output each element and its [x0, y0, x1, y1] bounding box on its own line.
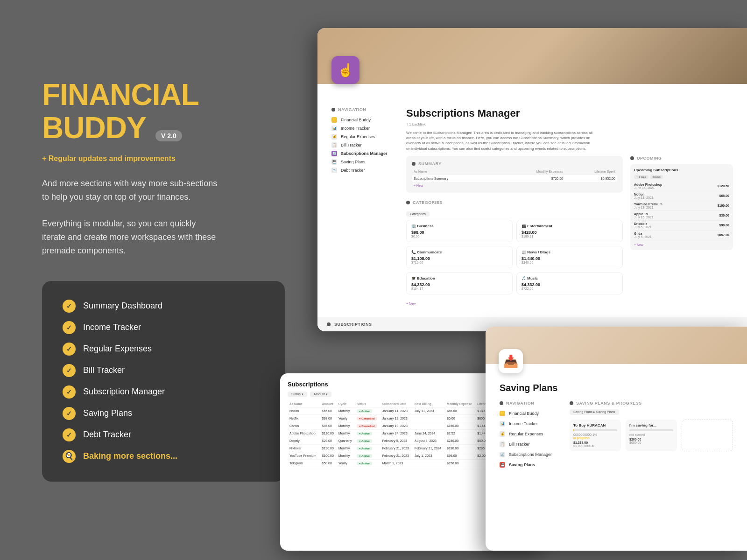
feature-label-bill: Bill Tracker: [83, 365, 125, 375]
ss-saving-nav: NAVIGATION 💛 Financial Buddy 📊 Income Tr…: [500, 401, 560, 469]
feature-subscription: ✓ Subscription Manager: [63, 385, 264, 399]
ss-summary-section: SUMMARY As Name Monthly Expenses Lifetim…: [406, 156, 623, 193]
ss-summary-row: Subscriptions Summary $720.50 $5,952.00: [412, 175, 617, 182]
check-icon-income: ✓: [63, 321, 76, 334]
upcoming-row-adobe: Adobe Photoshop June 14, 2021 $120.50: [634, 182, 729, 191]
screenshot-saving-plans[interactable]: 📥 Saving Plans NAVIGATION 💛 Financi: [486, 327, 747, 551]
feature-label-subscription: Subscription Manager: [83, 387, 165, 397]
ss-description-text: Welcome to the Subscriptions Manager! Th…: [406, 130, 593, 151]
ss-cat-news: 📰 News / Blogs $1,440.00 $240.00: [516, 246, 623, 268]
ss-categories-header: CATEGORIES: [406, 200, 623, 205]
ss-saving-card-empty: [682, 420, 733, 451]
col-name[interactable]: As Name: [288, 401, 320, 407]
check-icon-expenses: ✓: [63, 343, 76, 356]
ss-saving-nav-expenses[interactable]: 💰 Regular Expenses: [500, 430, 560, 438]
ss-sub-dot: [327, 322, 331, 326]
ss-saving-nav-items: 💛 Financial Buddy 📊 Income Tracker 💰 Reg…: [500, 409, 560, 469]
ss-nav-section: NAVIGATION 💛 Financial Buddy 📊 Income Tr…: [331, 107, 397, 175]
feature-expenses: ✓ Regular Expenses: [63, 343, 264, 356]
ss-nav-subscriptions[interactable]: 🔄 Subscriptions Manager: [331, 149, 397, 158]
ss-summary-header: SUMMARY: [412, 161, 617, 166]
ss-cat-education: 🎓 Education $4,332.00 $104.17: [406, 272, 513, 294]
ss-saving-nav-fb[interactable]: 💛 Financial Buddy: [500, 409, 560, 418]
check-icon-bill: ✓: [63, 364, 76, 377]
ss-nav-saving[interactable]: 💾 Saving Plans: [331, 158, 397, 166]
ss-saving-progress-title: SAVING PLANS & PROGRESS: [570, 401, 733, 406]
ss-cat-business: 🏢 Business $98.00 $0.00: [406, 220, 513, 242]
feature-bill: ✓ Bill Tracker: [63, 364, 264, 377]
ss-nav-bill[interactable]: 📋 Bill Tracker: [331, 141, 397, 149]
col-subscribed[interactable]: Subscribed Date: [381, 401, 413, 407]
col-cycle[interactable]: Cycle: [337, 401, 355, 407]
ss-saving-tab1[interactable]: Saving Plans ▸ Saving Plans: [570, 409, 619, 415]
ss-new-link[interactable]: + New: [412, 184, 617, 187]
ss-upcoming-filters: ↑ 1 sale Status: [634, 175, 729, 179]
ss-saving-nav-bill[interactable]: 📋 Bill Tracker: [500, 440, 560, 448]
goal-progress-bar: [629, 429, 673, 431]
ss-saving-content: NAVIGATION 💛 Financial Buddy 📊 Income Tr…: [500, 401, 733, 469]
ss-summary-table-header: As Name Monthly Expenses Lifetime Spent: [412, 170, 617, 173]
ss-filter-status[interactable]: Status ▾: [288, 392, 307, 397]
col-amount[interactable]: Amount: [320, 401, 336, 407]
col-monthly[interactable]: Monthly Expense: [445, 401, 475, 407]
ss-main-content: Subscriptions Manager ↑ 1 backlink Welco…: [406, 107, 733, 322]
screenshot-subscriptions-manager[interactable]: ☝️ NAVIGATION 💛 Financial Buddy: [317, 28, 747, 331]
ss-nav-debt[interactable]: 📉 Debt Tracker: [331, 166, 397, 175]
ss-saving-header-bg: [486, 327, 747, 364]
right-section: ☝️ NAVIGATION 💛 Financial Buddy: [303, 0, 747, 560]
feature-saving: ✓ Saving Plans: [63, 407, 264, 420]
ss-nav-icon-fb: 💛: [331, 117, 337, 123]
feature-baking: 🍳 Baking more sections...: [63, 450, 264, 463]
ss-saving-nav-income[interactable]: 📊 Income Tracker: [500, 420, 560, 428]
upcoming-row-youtube: YouTube Premium July 13, 2021 $190.00: [634, 201, 729, 211]
ss-saving-title: Saving Plans: [500, 383, 733, 393]
ss-saving-nav-sub[interactable]: 🔄 Subscriptions Manager: [500, 450, 560, 459]
ss-upcoming-section: UPCOMING Upcoming Subscriptions ↑ 1 sale…: [630, 156, 733, 305]
ss-cat-music: 🎵 Music $4,332.00 $722.00: [516, 272, 623, 294]
huracan-progress-bar: [573, 429, 617, 431]
upcoming-row-notion: Notion July 11, 2021 $65.00: [634, 191, 729, 201]
app-icon-subscriptions: ☝️: [331, 56, 359, 84]
ss-cat-entertainment: 🎬 Entertainment $428.00 $189.31: [516, 220, 623, 242]
ss-nav-icon-debt: 📉: [331, 168, 337, 173]
ss-filter-amount[interactable]: Amount ▾: [310, 392, 331, 397]
ss-nav-income[interactable]: 📊 Income Tracker: [331, 124, 397, 133]
ss-nav-icon-income: 📊: [331, 126, 337, 131]
features-card: ✓ Summary Dashboard ✓ Income Tracker ✓ R…: [42, 281, 285, 482]
ss-saving-progress: SAVING PLANS & PROGRESS Saving Plans ▸ S…: [570, 401, 733, 469]
ss-upcoming-table-title: Upcoming Subscriptions: [634, 168, 729, 172]
ss-upcoming-header: UPCOMING: [630, 156, 733, 161]
feature-debt: ✓ Debt Tracker: [63, 428, 264, 441]
ss-content-grid: SUMMARY As Name Monthly Expenses Lifetim…: [406, 156, 733, 305]
ss-saving-grid: To Buy HURACAN 0000000000 1% in progress…: [570, 420, 733, 451]
feature-label-saving: Saving Plans: [83, 408, 132, 418]
ss-categories-grid: 🏢 Business $98.00 $0.00 🎬 Entertainment …: [406, 220, 623, 294]
feature-label-debt: Debt Tracker: [83, 430, 131, 440]
ss-left-col: SUMMARY As Name Monthly Expenses Lifetim…: [406, 156, 623, 305]
upcoming-row-appletv: Apple TV July 15, 2021 $36.00: [634, 211, 729, 221]
ss-categories-section: CATEGORIES Categories 🏢 Business $98.00: [406, 200, 623, 305]
ss-nav-icon-expenses: 💰: [331, 134, 337, 140]
ss-saving-nav-saving[interactable]: 💾 Saving Plans: [500, 461, 560, 469]
ss-page-title: Subscriptions Manager: [406, 107, 733, 119]
feature-label-summary: Summary Dashboard: [83, 301, 162, 311]
ss-saving-nav-title: NAVIGATION: [500, 401, 560, 406]
baking-icon: 🍳: [63, 450, 76, 463]
ss-cat-new-link[interactable]: + New: [406, 302, 623, 305]
ss-nav-expenses[interactable]: 💰 Regular Expenses: [331, 133, 397, 141]
check-icon-summary: ✓: [63, 300, 76, 313]
col-status[interactable]: Status: [355, 401, 381, 407]
check-icon-subscription: ✓: [63, 385, 76, 399]
ss-saving-body: Saving Plans NAVIGATION 💛 Financial Budd…: [486, 364, 747, 478]
ss-nav-icon-sub: 🔄: [331, 151, 337, 156]
ss-navigation-sidebar: NAVIGATION 💛 Financial Buddy 📊 Income Tr…: [331, 107, 397, 322]
version-badge: V 2.0: [155, 130, 182, 141]
ss-upcoming-new-link[interactable]: + New: [634, 243, 729, 246]
col-billing[interactable]: Next Billing: [413, 401, 445, 407]
huracan-progress-fill: [573, 429, 574, 431]
ss-nav-header: NAVIGATION: [331, 107, 397, 112]
ss-sub-label: SUBSCRIPTIONS: [334, 322, 372, 327]
check-icon-debt: ✓: [63, 428, 76, 441]
ss-nav-financial-buddy[interactable]: 💛 Financial Buddy: [331, 116, 397, 124]
check-icon-saving: ✓: [63, 407, 76, 420]
